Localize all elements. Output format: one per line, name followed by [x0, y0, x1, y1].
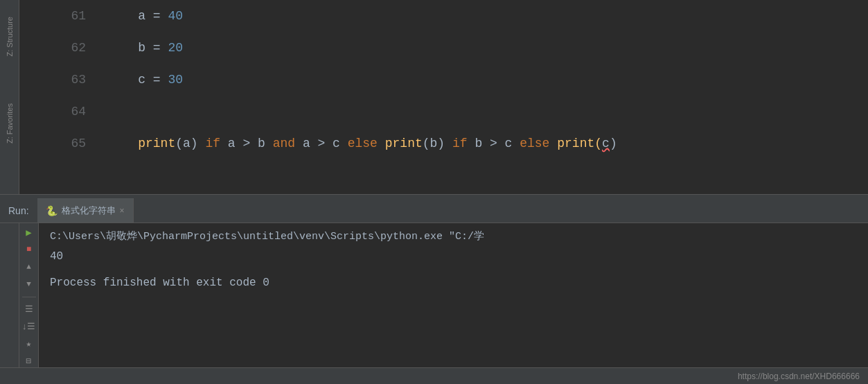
line-content-65: print(a) if a > b and a > c else print(b… [103, 128, 868, 159]
code-token: a > c [295, 137, 348, 150]
code-token: else [520, 137, 549, 150]
code-line-62: 62 b = 20 [19, 32, 868, 64]
structure-label[interactable]: Z: Structure [4, 14, 15, 59]
run-scroll-up-button[interactable]: ▲ [21, 261, 37, 274]
code-token [108, 137, 138, 150]
code-token [549, 137, 557, 150]
code-token: ) [610, 137, 617, 150]
code-token: b > c [468, 137, 520, 150]
editor-side-labels: Z: Structure Z: Favorites [0, 0, 19, 194]
run-label: Run: [0, 205, 37, 216]
code-token: if [205, 137, 220, 150]
status-url: https://blog.csdn.net/XHD666666 [738, 372, 860, 381]
line-content-64 [103, 96, 868, 128]
editor-area: Z: Structure Z: Favorites 61 a = 40 62 b… [0, 0, 868, 194]
line-number-62: 62 [19, 32, 103, 64]
run-scroll-down-button[interactable]: ▼ [21, 278, 37, 291]
code-lines: 61 a = 40 62 b = 20 63 c = 30 64 [19, 0, 868, 159]
code-line-61: 61 a = 40 [19, 0, 868, 32]
line-content-62: b = 20 [103, 32, 868, 64]
run-output: C:\Users\胡敬烨\PycharmProjects\untitled\ve… [39, 223, 868, 367]
line-content-61: a = 40 [103, 0, 868, 32]
code-token-squiggle: c [602, 137, 610, 150]
code-token: (a) [175, 137, 205, 150]
output-process-line: Process finished with exit code 0 [50, 274, 857, 293]
code-token: 20 [168, 41, 183, 55]
code-token: a = [108, 9, 168, 23]
tab-emoji-icon: 🐍 [46, 205, 57, 216]
output-command-line: C:\Users\胡敬烨\PycharmProjects\untitled\ve… [50, 229, 857, 245]
code-line-65: 65 print(a) if a > b and a > c else prin… [19, 128, 868, 159]
code-token: and [273, 137, 295, 150]
code-token: c = [108, 73, 168, 87]
run-export-button[interactable]: ⊟ [21, 354, 37, 367]
code-token: if [452, 137, 468, 150]
sidebar-separator [22, 297, 36, 297]
run-full: ▶ ■ ▲ ▼ ☰ ↓☰ ★ ⊟ C:\Users\胡敬烨\PycharmPro… [0, 223, 868, 367]
code-token: print [385, 137, 423, 150]
line-content-63: c = 30 [103, 64, 868, 96]
output-result-line: 40 [50, 248, 857, 266]
line-number-65: 65 [19, 128, 103, 159]
run-sidebar: ▶ ■ ▲ ▼ ☰ ↓☰ ★ ⊟ [19, 223, 39, 367]
run-stop-button[interactable]: ■ [21, 243, 37, 256]
line-number-64: 64 [19, 96, 103, 128]
code-token: a > b [220, 137, 273, 150]
favorites-label[interactable]: Z: Favorites [4, 101, 15, 146]
code-token: 40 [168, 9, 183, 23]
code-token: print( [557, 137, 602, 150]
code-line-64: 64 [19, 96, 868, 128]
line-number-61: 61 [19, 0, 103, 32]
run-header: Run: 🐍 格式化字符串 × [0, 198, 868, 223]
code-token [378, 137, 385, 150]
run-tab[interactable]: 🐍 格式化字符串 × [37, 198, 134, 222]
status-bar: https://blog.csdn.net/XHD666666 [0, 367, 868, 384]
code-token: print [138, 137, 175, 150]
line-number-63: 63 [19, 64, 103, 96]
tab-close-button[interactable]: × [120, 206, 125, 216]
code-token: b = [108, 41, 168, 55]
run-play-button[interactable]: ▶ [21, 226, 37, 239]
code-token: else [348, 137, 378, 150]
code-editor[interactable]: 61 a = 40 62 b = 20 63 c = 30 64 [19, 0, 868, 194]
code-token: (b) [423, 137, 452, 150]
run-filter-button[interactable]: ☰ [21, 302, 37, 315]
code-token: 30 [168, 73, 183, 87]
run-sort-button[interactable]: ↓☰ [21, 320, 37, 333]
tab-name: 格式化字符串 [62, 204, 116, 217]
run-pin-button[interactable]: ★ [21, 337, 37, 350]
code-line-63: 63 c = 30 [19, 64, 868, 96]
run-side-labels [0, 223, 19, 367]
run-panel: Run: 🐍 格式化字符串 × ▶ ■ ▲ ▼ ☰ ↓☰ ★ ⊟ C:\User… [0, 198, 868, 367]
